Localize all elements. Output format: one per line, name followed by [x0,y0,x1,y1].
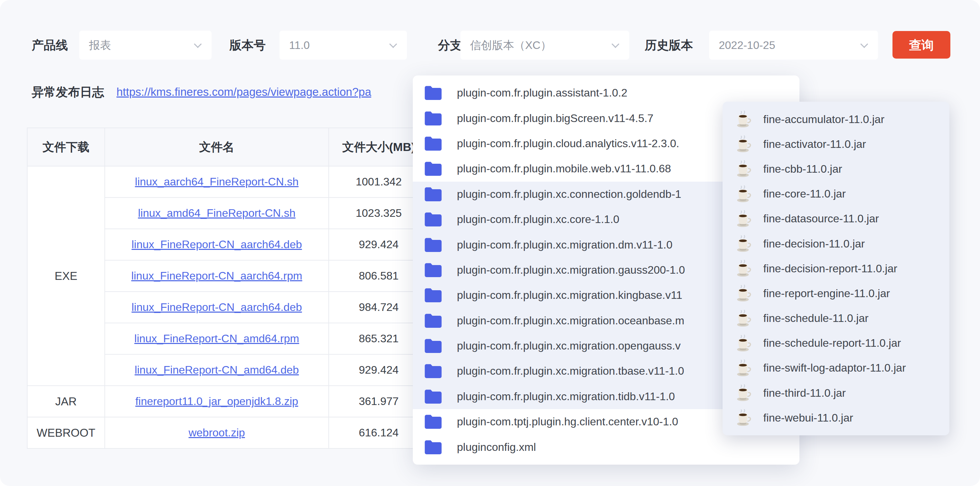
plugin-folder-name: plugin-com.fr.plugin.xc.migration.openga… [457,339,681,352]
branch-select[interactable]: 信创版本（XC） [460,31,629,60]
file-cell: linux_FineReport-CN_aarch64.deb [105,292,329,323]
folder-icon [424,313,442,328]
group-label: WEBROOT [27,417,105,448]
jar-file-name: fine-cbb-11.0.jar [763,163,842,175]
history-version-label: 历史版本 [645,31,693,60]
jar-file-item[interactable]: fine-webui-11.0.jar [722,405,949,430]
coffee-cup-icon [734,210,752,228]
version-value: 11.0 [280,31,407,60]
exception-log-label: 异常发布日志 [32,78,104,107]
coffee-cup-icon [734,309,752,327]
folder-icon [424,136,442,151]
file-cell: linux_aarch64_FineReport-CN.sh [105,166,329,198]
jar-file-name: fine-decision-report-11.0.jar [763,262,897,275]
table-row: JARfinereport11.0_jar_openjdk1.8.zip361.… [27,386,429,417]
coffee-cup-icon [734,260,752,277]
jar-file-name: fine-schedule-11.0.jar [763,312,869,325]
jar-file-name: fine-webui-11.0.jar [763,411,853,424]
jar-file-item[interactable]: fine-datasource-11.0.jar [722,206,949,231]
plugin-folder-item[interactable]: pluginconfig.xml [413,434,799,459]
file-link[interactable]: linux_FineReport-CN_amd64.deb [135,363,299,376]
coffee-cup-icon [734,160,752,178]
table-row: EXElinux_aarch64_FineReport-CN.sh1001.34… [27,166,429,198]
coffee-cup-icon [734,384,752,402]
file-cell: finereport11.0_jar_openjdk1.8.zip [105,386,329,417]
jar-file-name: fine-activator-11.0.jar [763,138,866,151]
table-header-row: 文件下载 文件名 文件大小(MB) [27,128,429,166]
folder-icon [424,363,442,379]
exception-log-link[interactable]: https://kms.fineres.com/pages/viewpage.a… [116,78,371,107]
jar-file-item[interactable]: fine-schedule-11.0.jar [722,306,949,331]
version-select[interactable]: 11.0 [280,31,407,60]
plugin-folder-name: plugin-com.fr.plugin.mobile.web.v11-11.0… [457,163,671,175]
jar-file-item[interactable]: fine-core-11.0.jar [722,182,949,206]
file-link[interactable]: linux_FineReport-CN_aarch64.deb [132,238,302,250]
file-link[interactable]: linux_aarch64_FineReport-CN.sh [135,175,299,188]
plugin-folder-name: plugin-com.fr.plugin.xc.migration.tidb.v… [457,390,675,403]
product-line-label: 产品线 [32,31,68,60]
file-link[interactable]: linux_amd64_FineReport-CN.sh [138,207,295,219]
plugin-folder-name: plugin-com.fr.plugin.xc.migration.gauss2… [457,264,685,276]
jar-file-panel: fine-accumulator-11.0.jarfine-activator-… [722,102,949,435]
jar-file-name: fine-swift-log-adaptor-11.0.jar [763,362,906,374]
folder-icon [424,212,442,227]
jar-file-item[interactable]: fine-activator-11.0.jar [722,132,949,156]
file-cell: linux_FineReport-CN_aarch64.rpm [105,260,329,292]
file-cell: linux_FineReport-CN_aarch64.deb [105,229,329,260]
jar-file-name: fine-decision-11.0.jar [763,237,865,250]
page-background: 产品线 报表 版本号 11.0 分支 信创版本（XC） 历史版本 2022-10… [0,0,980,486]
coffee-cup-icon [734,235,752,253]
history-version-select[interactable]: 2022-10-25 [709,31,878,60]
jar-file-item[interactable]: fine-cbb-11.0.jar [722,156,949,181]
version-label: 版本号 [229,31,266,60]
coffee-cup-icon [734,135,752,153]
coffee-cup-icon [734,284,752,302]
plugin-folder-name: plugin-com.fr.plugin.bigScreen.v11-4.5.7 [457,112,653,125]
file-link[interactable]: linux_FineReport-CN_amd64.rpm [134,332,299,345]
folder-icon [424,287,442,303]
jar-file-name: fine-accumulator-11.0.jar [763,113,885,126]
jar-file-name: fine-third-11.0.jar [763,387,846,400]
jar-file-name: fine-datasource-11.0.jar [763,212,879,225]
product-line-select[interactable]: 报表 [79,31,212,60]
jar-file-item[interactable]: fine-decision-11.0.jar [722,231,949,256]
coffee-cup-icon [734,110,752,128]
plugin-folder-name: plugin-com.fr.plugin.cloud.analytics.v11… [457,137,679,150]
file-link[interactable]: webroot.zip [188,426,245,439]
query-button[interactable]: 查询 [892,31,950,59]
plugin-folder-name: plugin-com.fr.plugin.xc.migration.kingba… [457,289,682,301]
file-link[interactable]: linux_FineReport-CN_aarch64.deb [132,301,302,313]
plugin-folder-name: plugin-com.fr.plugin.assistant-1.0.2 [457,86,627,99]
file-cell: linux_FineReport-CN_amd64.rpm [105,323,329,354]
jar-file-item[interactable]: fine-schedule-report-11.0.jar [722,331,949,356]
jar-file-item[interactable]: fine-decision-report-11.0.jar [722,256,949,281]
folder-icon [424,414,442,429]
file-cell: webroot.zip [105,417,329,448]
file-link[interactable]: finereport11.0_jar_openjdk1.8.zip [135,395,298,408]
jar-file-name: fine-schedule-report-11.0.jar [763,337,901,349]
group-label: EXE [27,166,105,386]
jar-file-item[interactable]: fine-accumulator-11.0.jar [722,107,949,132]
jar-file-item[interactable]: fine-third-11.0.jar [722,381,949,405]
file-cell: linux_FineReport-CN_amd64.deb [105,354,329,386]
col-file-name: 文件名 [105,128,329,166]
folder-icon [424,440,442,455]
file-cell: linux_amd64_FineReport-CN.sh [105,198,329,229]
coffee-cup-icon [734,359,752,377]
plugin-folder-name: plugin-com.fr.plugin.xc.migration.tbase.… [457,365,684,378]
plugin-folder-name: plugin-com.fr.plugin.xc.core-1.1.0 [457,213,619,226]
jar-file-item[interactable]: fine-report-engine-11.0.jar [722,281,949,306]
file-link[interactable]: linux_FineReport-CN_aarch64.rpm [131,269,302,282]
folder-icon [424,186,442,202]
coffee-cup-icon [734,409,752,427]
coffee-cup-icon [734,185,752,203]
coffee-cup-icon [734,335,752,352]
branch-value: 信创版本（XC） [460,31,629,60]
jar-file-item[interactable]: fine-swift-log-adaptor-11.0.jar [722,356,949,381]
plugin-folder-name: pluginconfig.xml [457,441,536,454]
table-row: WEBROOTwebroot.zip616.124 [27,417,429,448]
folder-icon [424,161,442,177]
plugin-folder-name: plugin-com.fr.plugin.xc.connection.golde… [457,188,681,201]
jar-file-name: fine-report-engine-11.0.jar [763,287,890,300]
folder-icon [424,85,442,100]
